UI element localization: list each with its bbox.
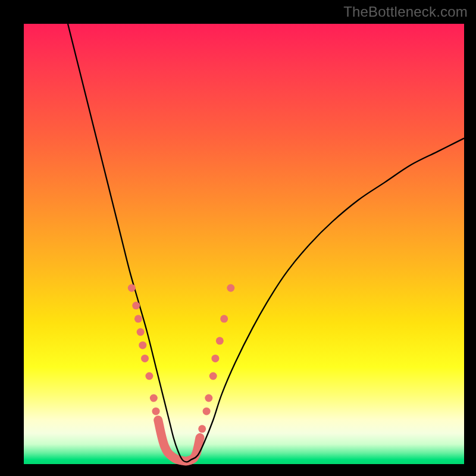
data-dot [152, 408, 160, 415]
data-dot [211, 355, 219, 362]
data-dot [137, 328, 145, 336]
data-dot [205, 394, 212, 402]
data-dot [134, 315, 142, 322]
data-dot [227, 284, 234, 292]
watermark-text: TheBottleneck.com [343, 4, 468, 20]
data-dots [128, 284, 234, 433]
data-dot [209, 372, 217, 380]
data-dot [220, 315, 228, 322]
data-dot [141, 355, 149, 362]
data-dot [216, 337, 224, 345]
data-dot [139, 342, 146, 349]
data-dot [203, 408, 211, 415]
data-dot [198, 425, 206, 433]
data-dot [128, 284, 136, 292]
data-dot [145, 372, 153, 380]
bottleneck-curve [68, 24, 464, 462]
data-dot [150, 394, 158, 402]
data-dot [154, 416, 162, 424]
plot-area [24, 24, 464, 464]
data-dot [132, 302, 140, 309]
chart-svg [24, 24, 464, 464]
chart-frame: TheBottleneck.com [0, 0, 476, 476]
